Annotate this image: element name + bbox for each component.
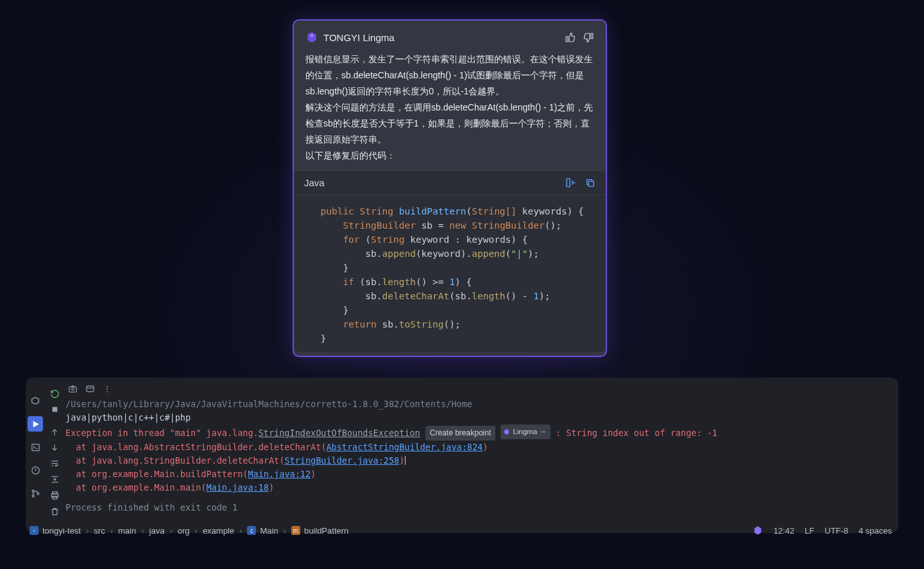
terminal-icon[interactable] bbox=[28, 439, 43, 455]
run-tool-window: /Users/tanly/Library/Java/JavaVirtualMac… bbox=[26, 378, 898, 533]
svg-rect-4 bbox=[31, 444, 38, 450]
svg-point-6 bbox=[32, 490, 34, 492]
svg-point-7 bbox=[32, 495, 34, 496]
svg-marker-2 bbox=[32, 398, 39, 405]
stack-link[interactable]: StringBuilder.java:258 bbox=[284, 455, 399, 466]
ai-explanation-para: 以下是修复后的代码： bbox=[305, 148, 594, 164]
stack-link[interactable]: AbstractStringBuilder.java:824 bbox=[326, 442, 483, 452]
more-icon[interactable] bbox=[103, 385, 112, 394]
console-exception-line: Exception in thread "main" java.lang.Str… bbox=[65, 425, 889, 441]
status-bar: ▫ tongyi-test › src › main › java › org … bbox=[26, 521, 898, 539]
camera-icon[interactable] bbox=[68, 384, 78, 394]
file-encoding[interactable]: UTF-8 bbox=[825, 526, 848, 536]
breadcrumb[interactable]: java bbox=[150, 526, 165, 536]
ai-panel-title: TONGYI Lingma bbox=[323, 32, 557, 43]
svg-rect-9 bbox=[52, 407, 57, 412]
console-output[interactable]: /Users/tanly/Library/Java/JavaVirtualMac… bbox=[64, 378, 898, 533]
stack-link[interactable]: Main.java:12 bbox=[248, 469, 311, 479]
status-lingma-icon[interactable] bbox=[753, 525, 763, 536]
svg-rect-13 bbox=[69, 387, 76, 392]
lingma-logo-icon bbox=[305, 31, 318, 44]
ai-explanation-para: 解决这个问题的方法是，在调用sb.deleteCharAt(sb.length(… bbox=[305, 100, 594, 148]
stack-link[interactable]: Main.java:18 bbox=[206, 482, 269, 493]
stop-icon[interactable] bbox=[51, 405, 59, 414]
svg-point-8 bbox=[37, 492, 38, 494]
svg-rect-15 bbox=[87, 386, 94, 392]
layout-icon[interactable] bbox=[85, 384, 95, 394]
ai-assistant-panel: TONGYI Lingma 报错信息显示，发生了一个字符串索引超出范围的错误。在… bbox=[293, 19, 607, 357]
line-ending[interactable]: LF bbox=[805, 526, 814, 536]
thumbs-up-icon[interactable] bbox=[565, 32, 576, 43]
code-language-bar: Java bbox=[294, 170, 606, 195]
svg-rect-0 bbox=[567, 179, 570, 187]
breadcrumb[interactable]: main bbox=[118, 526, 136, 536]
svg-point-18 bbox=[107, 391, 108, 392]
structure-icon[interactable] bbox=[28, 393, 43, 408]
class-icon: c bbox=[247, 526, 256, 535]
clear-icon[interactable] bbox=[50, 507, 60, 516]
project-icon: ▫ bbox=[30, 526, 38, 535]
print-icon[interactable] bbox=[50, 491, 60, 500]
vcs-icon[interactable] bbox=[28, 486, 43, 501]
breadcrumb[interactable]: example bbox=[203, 526, 234, 536]
copy-code-icon[interactable] bbox=[585, 178, 595, 188]
method-icon: m bbox=[291, 526, 300, 535]
svg-point-16 bbox=[107, 385, 108, 387]
run-actions-column bbox=[45, 378, 64, 533]
soft-wrap-icon[interactable] bbox=[50, 459, 60, 468]
ai-explanation: 报错信息显示，发生了一个字符串索引超出范围的错误。在这个错误发生的位置，sb.d… bbox=[294, 51, 606, 170]
ai-panel-header: TONGYI Lingma bbox=[294, 31, 606, 51]
breadcrumb[interactable]: org bbox=[178, 526, 190, 536]
stack-frame: at java.lang.AbstractStringBuilder.delet… bbox=[65, 441, 889, 454]
console-path: /Users/tanly/Library/Java/JavaVirtualMac… bbox=[65, 398, 889, 411]
stack-frame: at org.example.Main.main(Main.java:18) bbox=[65, 481, 889, 495]
lingma-inline-chip[interactable]: Lingma → bbox=[501, 425, 550, 439]
breadcrumb[interactable]: m buildPattern bbox=[291, 526, 348, 536]
rerun-icon[interactable] bbox=[50, 389, 60, 399]
tool-window-gutter bbox=[26, 378, 45, 533]
exception-class-link[interactable]: StringIndexOutOfBoundsException bbox=[259, 428, 420, 438]
breadcrumb[interactable]: src bbox=[94, 526, 105, 536]
text-caret bbox=[405, 456, 406, 465]
ai-explanation-para: 报错信息显示，发生了一个字符串索引超出范围的错误。在这个错误发生的位置，sb.d… bbox=[305, 51, 594, 100]
svg-marker-3 bbox=[33, 421, 38, 427]
thumbs-down-icon[interactable] bbox=[583, 32, 594, 43]
svg-point-17 bbox=[107, 389, 108, 390]
run-icon[interactable] bbox=[28, 416, 43, 432]
problems-icon[interactable] bbox=[28, 462, 43, 478]
breadcrumb[interactable]: ▫ tongyi-test bbox=[30, 526, 81, 536]
down-arrow-icon[interactable] bbox=[50, 443, 59, 452]
stack-frame: at org.example.Main.buildPattern(Main.ja… bbox=[65, 468, 889, 481]
cursor-position[interactable]: 12:42 bbox=[773, 526, 794, 536]
create-breakpoint-badge[interactable]: Create breakpoint bbox=[425, 426, 495, 441]
svg-rect-1 bbox=[588, 181, 594, 186]
console-exit-line: Process finished with exit code 1 bbox=[65, 501, 889, 514]
svg-point-14 bbox=[72, 388, 74, 390]
up-arrow-icon[interactable] bbox=[50, 428, 59, 437]
code-language-label: Java bbox=[304, 177, 556, 188]
run-toolbar bbox=[65, 378, 889, 398]
stack-frame: at java.lang.StringBuilder.deleteCharAt(… bbox=[65, 454, 889, 468]
code-block[interactable]: public String buildPattern(String[] keyw… bbox=[294, 195, 606, 352]
console-stdout-line: java|python|c|c++|c#|php bbox=[65, 411, 889, 425]
scroll-to-end-icon[interactable] bbox=[50, 475, 60, 484]
indent-setting[interactable]: 4 spaces bbox=[859, 526, 892, 536]
insert-code-icon[interactable] bbox=[565, 177, 576, 188]
breadcrumb[interactable]: c Main bbox=[247, 526, 278, 536]
